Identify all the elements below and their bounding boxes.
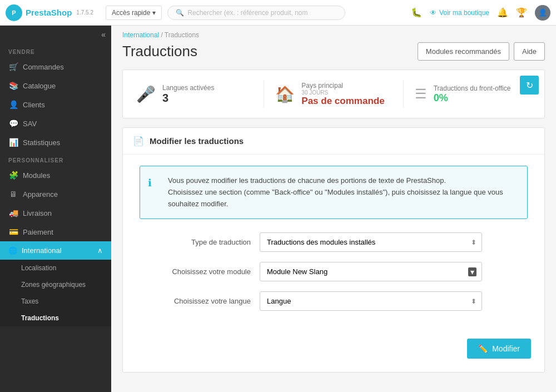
sidebar: « VENDRE 🛒 Commandes 📚 Catalogue 👤 Clien… xyxy=(0,26,111,392)
breadcrumb: International / Traductions xyxy=(122,26,545,42)
breadcrumb-parent-link[interactable]: International xyxy=(122,31,159,39)
sidebar-item-sav[interactable]: 💬 SAV xyxy=(0,114,111,133)
search-bar[interactable]: 🔍 Rechercher (ex. : référence produit, n… xyxy=(167,6,345,20)
stats-icon: 📊 xyxy=(8,138,18,147)
subnav-item-zones[interactable]: Zones géographiques xyxy=(0,276,111,293)
search-icon: 🔍 xyxy=(176,9,184,17)
sidebar-collapse-button[interactable]: « xyxy=(101,30,106,39)
page-actions: Modules recommandés Aide xyxy=(418,42,545,61)
eye-icon: 👁 xyxy=(430,9,436,17)
aide-button[interactable]: Aide xyxy=(514,42,545,61)
main-content: International / Traductions Traductions … xyxy=(111,26,556,392)
stat-pays-label: Pays principal xyxy=(301,82,384,90)
module-select-wrapper: Module New Slang xyxy=(260,262,482,281)
sidebar-item-label: Statistiques xyxy=(23,138,60,147)
personnaliser-section-label: PERSONNALISER xyxy=(0,152,111,166)
sidebar-item-label: Apparence xyxy=(23,190,58,199)
list-icon: ☰ xyxy=(415,86,427,102)
breadcrumb-current: Traductions xyxy=(165,31,199,39)
bug-icon[interactable]: 🐛 xyxy=(411,7,422,18)
langue-select[interactable]: Langue Français English Español xyxy=(260,291,482,311)
chevron-down-icon: ▾ xyxy=(152,9,156,17)
info-box: ℹ Vous pouvez modifier les traductions d… xyxy=(140,166,528,219)
info-text: Vous pouvez modifier les traductions de … xyxy=(168,176,503,208)
bell-icon[interactable]: 🔔 xyxy=(497,7,508,18)
clients-icon: 👤 xyxy=(8,100,18,109)
sidebar-item-paiement[interactable]: 💳 Paiement xyxy=(0,222,111,241)
stat-divider-2 xyxy=(403,80,404,108)
international-subnav: Localisation Zones géographiques Taxes T… xyxy=(0,260,111,326)
trophy-icon[interactable]: 🏆 xyxy=(516,7,527,18)
type-traduction-label: Type de traduction xyxy=(140,238,251,246)
card-title: Modifier les traductions xyxy=(150,136,244,146)
sidebar-item-label: Paiement xyxy=(23,228,53,236)
sidebar-item-livraison[interactable]: 🚚 Livraison xyxy=(0,204,111,222)
sidebar-item-label: Commandes xyxy=(23,63,64,71)
modules-recommandes-button[interactable]: Modules recommandés xyxy=(418,42,509,61)
type-traduction-select[interactable]: Traductions du front-office Traductions … xyxy=(260,232,482,252)
user-avatar[interactable]: 👤 xyxy=(535,5,550,21)
langue-select-wrapper: Langue Français English Español xyxy=(260,291,482,311)
apparence-icon: 🖥 xyxy=(8,190,18,199)
subnav-item-traductions[interactable]: Traductions xyxy=(0,310,111,326)
microphone-icon: 🎤 xyxy=(136,85,156,103)
info-icon: ℹ xyxy=(148,175,152,191)
refresh-button[interactable]: ↻ xyxy=(520,76,539,95)
stat-traductions: ☰ Traductions du front-office 0% xyxy=(415,85,531,104)
stat-traductions-value: 0% xyxy=(434,92,511,104)
livraison-icon: 🚚 xyxy=(8,209,18,217)
sidebar-item-label: SAV xyxy=(23,120,37,128)
modifier-button[interactable]: ✏️ Modifier xyxy=(467,339,531,359)
logo-area: P PrestaShop 1.7.5.2 xyxy=(6,4,100,21)
modules-icon: 🧩 xyxy=(8,171,18,180)
traductions-card: 📄 Modifier les traductions ℹ Vous pouvez… xyxy=(122,127,545,373)
sidebar-item-international[interactable]: 🌐 International ∧ xyxy=(0,241,111,260)
subnav-item-localisation[interactable]: Localisation xyxy=(0,260,111,276)
refresh-icon: ↻ xyxy=(526,80,533,91)
pencil-icon: ✏️ xyxy=(478,344,488,353)
sidebar-item-modules[interactable]: 🧩 Modules xyxy=(0,166,111,185)
stat-pays: 🏠 Pays principal 30 JOURS Pas de command… xyxy=(275,82,391,107)
logo-name: PrestaShop xyxy=(26,8,72,17)
module-select[interactable]: Module New Slang xyxy=(260,262,482,281)
sidebar-item-apparence[interactable]: 🖥 Apparence xyxy=(0,185,111,204)
langue-row: Choisissez votre langue Langue Français … xyxy=(140,291,528,311)
stat-langues-value: 3 xyxy=(162,92,214,105)
globe-icon: 🌐 xyxy=(8,246,17,255)
module-row: Choisissez votre module Module New Slang xyxy=(140,262,528,281)
sidebar-item-label: Livraison xyxy=(23,209,52,217)
main-layout: « VENDRE 🛒 Commandes 📚 Catalogue 👤 Clien… xyxy=(0,26,556,392)
card-body: ℹ Vous pouvez modifier les traductions d… xyxy=(123,155,544,332)
document-icon: 📄 xyxy=(133,136,144,146)
accesrapide-button[interactable]: Accès rapide ▾ xyxy=(106,6,162,20)
stat-langues: 🎤 Langues activées 3 xyxy=(136,84,252,105)
page-title: Traductions xyxy=(122,43,197,60)
logo-version: 1.7.5.2 xyxy=(76,9,93,16)
page-header: Traductions Modules recommandés Aide xyxy=(122,42,545,61)
top-icons: 🐛 👁 Voir ma boutique 🔔 🏆 👤 xyxy=(411,5,550,21)
sidebar-item-label: Modules xyxy=(23,171,50,180)
sidebar-item-label: Clients xyxy=(23,101,45,109)
module-label: Choisissez votre module xyxy=(140,267,251,276)
sidebar-item-catalogue[interactable]: 📚 Catalogue xyxy=(0,76,111,95)
user-icon: 👤 xyxy=(538,8,547,17)
stats-row: 🎤 Langues activées 3 🏠 Pays principal 30… xyxy=(122,70,545,118)
voir-boutique-link[interactable]: 👁 Voir ma boutique xyxy=(430,9,489,17)
top-navigation: P PrestaShop 1.7.5.2 Accès rapide ▾ 🔍 Re… xyxy=(0,0,556,26)
type-traduction-row: Type de traduction Traductions du front-… xyxy=(140,232,528,252)
sav-icon: 💬 xyxy=(8,119,18,128)
catalogue-icon: 📚 xyxy=(8,81,18,90)
sidebar-item-commandes[interactable]: 🛒 Commandes xyxy=(0,57,111,76)
sidebar-item-label: Catalogue xyxy=(23,82,56,90)
subnav-item-taxes[interactable]: Taxes xyxy=(0,293,111,310)
langue-label: Choisissez votre langue xyxy=(140,297,251,305)
svg-text:P: P xyxy=(12,9,16,16)
sidebar-item-statistiques[interactable]: 📊 Statistiques xyxy=(0,133,111,152)
chevron-up-icon: ∧ xyxy=(97,246,103,255)
vendre-section-label: VENDRE xyxy=(0,43,111,57)
sidebar-item-clients[interactable]: 👤 Clients xyxy=(0,95,111,114)
stat-divider-1 xyxy=(264,80,264,108)
action-bar: ✏️ Modifier xyxy=(123,332,544,359)
paiement-icon: 💳 xyxy=(8,227,18,236)
stat-langues-label: Langues activées xyxy=(162,84,214,92)
